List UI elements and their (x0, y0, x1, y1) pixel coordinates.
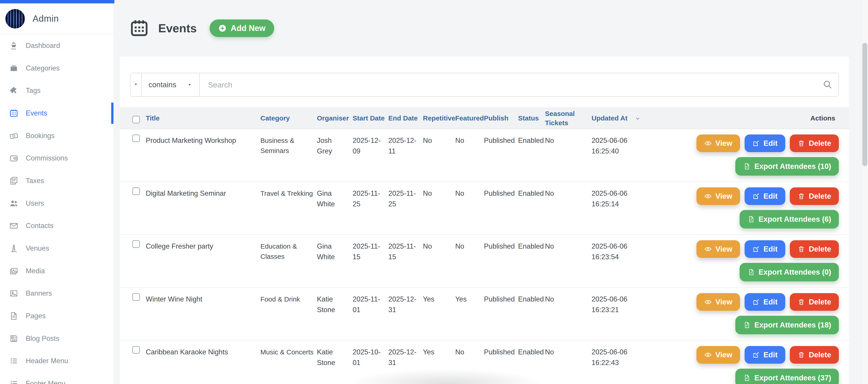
eye-icon (704, 192, 712, 200)
row-checkbox[interactable] (132, 187, 140, 195)
view-button[interactable]: View (696, 240, 740, 258)
edit-button[interactable]: Edit (745, 134, 785, 152)
col-status[interactable]: Status (518, 114, 545, 123)
cell-category: Music & Concerts (260, 341, 317, 357)
row-checkbox[interactable] (132, 346, 140, 354)
sidebar-item-users[interactable]: Users (0, 192, 114, 215)
edit-button[interactable]: Edit (745, 346, 785, 364)
col-featured[interactable]: Featured (455, 114, 484, 123)
delete-button[interactable]: Delete (790, 346, 839, 364)
cell-publish: Published (484, 182, 518, 199)
delete-button[interactable]: Delete (790, 187, 839, 205)
money-bill-icon (8, 131, 19, 141)
cell-end-date: 2025-12-31 (388, 341, 423, 368)
sidebar-item-pages[interactable]: Pages (0, 305, 114, 327)
sidebar-item-events[interactable]: Events (0, 102, 114, 125)
row-checkbox[interactable] (132, 293, 140, 301)
cell-title: College Fresher party (146, 235, 260, 252)
edit-button[interactable]: Edit (745, 187, 785, 205)
search-button[interactable] (817, 73, 838, 96)
export-attendees-button[interactable]: Export Attendees (0) (740, 263, 839, 281)
select-all-checkbox[interactable] (132, 116, 140, 123)
sidebar-item-footer-menu[interactable]: Footer Menu (0, 372, 114, 384)
scrollbar-thumb[interactable] (862, 43, 867, 166)
cell-featured: No (455, 341, 484, 357)
sidebar-item-taxes[interactable]: Taxes (0, 169, 114, 192)
events-card: contains Title Category Organiser Start … (120, 57, 849, 384)
cell-publish: Published (484, 235, 518, 252)
sidebar-item-header-menu[interactable]: Header Menu (0, 350, 114, 373)
col-start-date[interactable]: Start Date (352, 114, 388, 123)
cell-updated-at: 2025-06-06 16:22:43 (592, 341, 648, 368)
cell-organiser: Gina White (317, 235, 352, 262)
trash-icon (798, 351, 805, 359)
col-end-date[interactable]: End Date (388, 114, 423, 123)
add-new-button[interactable]: Add New (210, 20, 274, 37)
export-attendees-button[interactable]: Export Attendees (18) (735, 316, 839, 334)
cell-repetitive: No (423, 182, 455, 199)
view-button[interactable]: View (696, 134, 740, 152)
cell-publish: Published (484, 288, 518, 305)
cell-end-date: 2025-12-31 (388, 288, 423, 315)
eye-icon (704, 351, 712, 359)
search-input[interactable] (200, 81, 817, 89)
cell-category: Food & Drink (260, 288, 317, 304)
export-attendees-button[interactable]: Export Attendees (37) (735, 369, 839, 384)
view-button[interactable]: View (696, 293, 740, 311)
view-button[interactable]: View (696, 187, 740, 205)
col-publish[interactable]: Publish (484, 114, 518, 123)
page-title: Events (158, 22, 197, 35)
cell-actions: View Edit Delete (648, 341, 839, 384)
cell-actions: View Edit Delete (648, 235, 839, 281)
avatar[interactable] (5, 9, 25, 29)
filter-field-select[interactable] (130, 73, 141, 96)
trash-icon (798, 298, 805, 306)
sidebar-item-blog-posts[interactable]: Blog Posts (0, 327, 114, 350)
trash-icon (798, 139, 805, 147)
row-checkbox[interactable] (132, 134, 140, 142)
delete-button[interactable]: Delete (790, 293, 839, 311)
cell-status: Enabled (518, 129, 545, 146)
sidebar-item-dashboard[interactable]: Dashboard (0, 34, 114, 57)
caret-down-icon (133, 82, 139, 88)
cell-featured: No (455, 182, 484, 199)
sidebar-item-venues[interactable]: Venues (0, 237, 114, 260)
cell-updated-at: 2025-06-06 16:25:14 (592, 182, 648, 209)
col-title[interactable]: Title (146, 114, 260, 123)
cell-repetitive: No (423, 129, 455, 146)
cell-featured: No (455, 129, 484, 146)
cell-title: Winter Wine Night (146, 288, 260, 305)
cell-organiser: Josh Grey (317, 129, 352, 156)
col-organiser[interactable]: Organiser (317, 114, 352, 123)
sidebar-item-bookings[interactable]: Bookings (0, 125, 114, 147)
delete-button[interactable]: Delete (790, 134, 839, 152)
cell-featured: Yes (455, 288, 484, 305)
delete-button[interactable]: Delete (790, 240, 839, 258)
sidebar-item-banners[interactable]: Banners (0, 282, 114, 305)
view-button[interactable]: View (696, 346, 740, 364)
edit-button[interactable]: Edit (745, 240, 785, 258)
col-actions: Actions (648, 114, 839, 123)
export-attendees-button[interactable]: Export Attendees (10) (735, 157, 839, 175)
col-updated-at[interactable]: Updated At (592, 114, 648, 123)
newspaper-icon (8, 333, 19, 344)
sidebar-item-categories[interactable]: Categories (0, 57, 114, 79)
col-category[interactable]: Category (260, 114, 317, 123)
export-attendees-button[interactable]: Export Attendees (6) (740, 210, 839, 228)
sidebar-item-media[interactable]: Media (0, 260, 114, 282)
scrollbar-track[interactable] (861, 0, 868, 384)
row-checkbox[interactable] (132, 240, 140, 248)
col-seasonal-tickets[interactable]: Seasonal Tickets (545, 109, 592, 127)
sidebar-item-commissions[interactable]: Commissions (0, 147, 114, 169)
cell-seasonal-tickets: No (545, 235, 592, 252)
sidebar-item-contacts[interactable]: Contacts (0, 215, 114, 237)
photos-icon (8, 266, 19, 276)
col-repetitive[interactable]: Repetitive (423, 114, 455, 123)
sidebar-item-tags[interactable]: Tags (0, 79, 114, 102)
chevron-down-icon[interactable] (634, 115, 641, 122)
filter-operator-select[interactable]: contains (141, 73, 200, 96)
edit-icon (752, 298, 760, 306)
envelope-icon (8, 221, 19, 231)
edit-button[interactable]: Edit (745, 293, 785, 311)
cell-end-date: 2025-11-15 (388, 235, 423, 262)
